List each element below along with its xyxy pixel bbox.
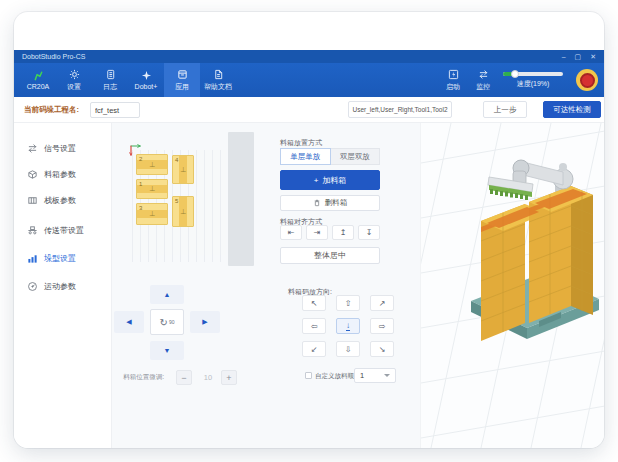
menu-item-log[interactable]: 日志 [92,63,128,97]
start-button[interactable]: 启动 [438,69,468,92]
start-label: 启动 [446,82,460,92]
direction-grid: ↖ ⇧ ↗ ⇦ ↓ ⇨ ↙ ⇩ ↘ [302,295,394,357]
pallet-box[interactable]: 1 ⊥ [136,179,168,199]
speed-control: 速度(19%) [498,72,568,89]
menu-item-dobot-plus[interactable]: Dobot+ [128,63,164,97]
align-top-button[interactable]: ↥ [332,225,354,240]
delete-box-button[interactable]: 删料箱 [280,195,380,211]
menu-item-label: 日志 [103,82,117,92]
jog-right-button[interactable]: ▶ [190,311,220,333]
chevron-down-icon [384,374,390,377]
dir-right-button[interactable]: ⇨ [370,318,394,334]
tab-double-layer[interactable]: 双层双放 [331,148,381,165]
speed-slider[interactable] [503,72,563,76]
dir-down-right-button[interactable]: ↘ [370,341,394,357]
fine-tune-minus-button[interactable]: − [176,370,192,385]
monitor-swap-icon [478,69,489,80]
gear-icon [69,69,80,80]
menu-item-robot-model[interactable]: CR20A [20,63,56,97]
help-doc-icon [213,69,224,80]
trash-icon [313,199,321,207]
placement-title: 料箱放置方式 [280,138,322,148]
reachability-check-button[interactable]: 可达性检测 [543,101,601,118]
pallet-box[interactable]: 3 ⊥ [136,203,168,225]
fine-tune-plus-button[interactable]: + [221,370,237,385]
align-left-button[interactable]: ⇤ [280,225,302,240]
apps-icon [177,69,188,80]
emergency-stop-button[interactable] [576,69,598,91]
custom-order-value: 1 [360,371,364,380]
sidebar-item-label: 传送带设置 [44,225,84,236]
dir-up-button[interactable]: ⇧ [336,295,360,311]
dir-up-right-button[interactable]: ↗ [370,295,394,311]
dir-down-left-button[interactable]: ↙ [302,341,326,357]
close-button[interactable]: ✕ [590,53,596,60]
menu-item-label: Dobot+ [135,83,158,90]
menu-bar: CR20A 设置 日志 Dobot+ 应用 帮助文档 启动 [14,63,604,97]
3d-viewport[interactable] [420,123,604,448]
pallet-box[interactable]: 2 ⊥ [136,154,168,175]
tab-single-layer[interactable]: 单层单放 [280,148,331,165]
place-down-icon: ↓ [346,322,350,331]
rotate-icon: ↻ [160,317,168,328]
project-name-input[interactable] [90,102,140,118]
dir-down-button[interactable]: ⇩ [336,341,360,357]
jog-left-button[interactable]: ◀ [114,311,144,333]
sidebar-item-conveyor-settings[interactable]: 传送带设置 [14,220,112,240]
add-box-button[interactable]: + 加料箱 [280,170,380,190]
dir-left-button[interactable]: ⇦ [302,318,326,334]
gripper-point-icon: ⊥ [137,210,167,218]
sidebar-item-motion-params[interactable]: 运动参数 [14,276,112,296]
center-all-button[interactable]: 整体居中 [280,247,380,264]
jog-down-button[interactable]: ▼ [150,341,184,360]
pallet-box[interactable]: 4 ⊥ [172,155,194,184]
sidebar-nav: 信号设置 料箱参数 栈板参数 传送带设置 垛型设置 运动参数 [14,123,112,448]
maximize-button[interactable]: ▢ [575,53,582,60]
placement-tabs: 单层单放 双层双放 [280,148,380,165]
window-title: DobotStudio Pro-CS [22,50,85,63]
monitor-label: 监控 [476,82,490,92]
sidebar-item-stack-type[interactable]: 垛型设置 [14,248,112,268]
sidebar-item-pallet-params[interactable]: 栈板参数 [14,190,112,210]
menu-item-settings[interactable]: 设置 [56,63,92,97]
rotate-90-button[interactable]: ↻ 90 [150,309,184,335]
align-bottom-button[interactable]: ↧ [358,225,380,240]
signal-icon [27,143,38,154]
dir-up-left-button[interactable]: ↖ [302,295,326,311]
fine-tune-value: 10 [194,370,222,385]
dir-place-down-button[interactable]: ↓ [336,318,360,334]
monitor-button[interactable]: 监控 [468,69,498,92]
box-icon [27,169,38,180]
align-right-button[interactable]: ⇥ [306,225,328,240]
sidebar-item-box-params[interactable]: 料箱参数 [14,164,112,184]
start-icon [448,69,459,80]
speed-label: 速度(19%) [517,79,550,89]
add-box-label: 加料箱 [322,175,346,186]
previous-step-button[interactable]: 上一步 [483,101,527,118]
sidebar-item-label: 运动参数 [44,281,76,292]
sidebar-item-signal-settings[interactable]: 信号设置 [14,138,112,158]
sidebar-item-label: 料箱参数 [44,169,76,180]
robot-arm-icon [33,70,44,81]
box-number: 5 [175,198,178,204]
custom-order-dropdown[interactable]: 1 [354,368,396,383]
dobot-plus-icon [141,70,152,81]
gripper-point-icon: ⊥ [137,161,167,169]
custom-order-checkbox[interactable] [305,372,312,379]
pallet-box[interactable]: 5 ⊥ [172,196,194,227]
project-bar: 当前码垛工程名: User_left,User_Right,Tool1,Tool… [14,97,604,123]
frames-tools-button[interactable]: User_left,User_Right,Tool1,Tool2 [348,101,452,118]
pallet-editor-area: 2 ⊥ 1 ⊥ 3 ⊥ 4 ⊥ 5 ⊥ ▲ ◀ ↻ 90 ▶ ▼ 料箱位置微调:… [112,123,420,448]
menu-item-apps[interactable]: 应用 [164,63,200,97]
project-name-label: 当前码垛工程名: [24,105,79,115]
speed-slider-handle[interactable] [511,70,519,78]
plus-icon: + [314,176,319,185]
gripper-point-icon: ⊥ [173,208,193,216]
minimize-button[interactable]: – [562,53,566,60]
jog-up-button[interactable]: ▲ [150,285,184,304]
pallet-icon [27,195,38,206]
menu-item-help-docs[interactable]: 帮助文档 [200,63,236,97]
menu-item-label: 帮助文档 [204,82,232,92]
conveyor-strip [228,132,254,266]
gripper-point-icon: ⊥ [137,185,167,193]
